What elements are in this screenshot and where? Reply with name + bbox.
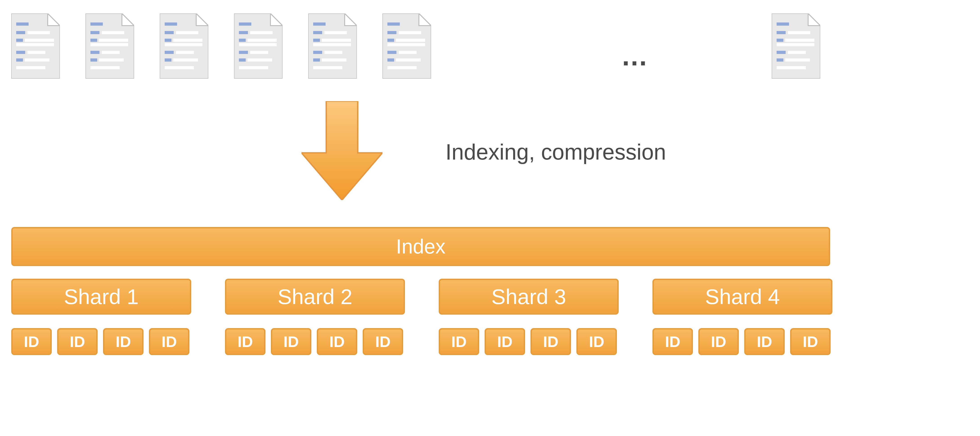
- id-box: ID: [271, 328, 311, 355]
- id-box: ID: [57, 328, 98, 355]
- svg-marker-11: [301, 101, 382, 200]
- id-label: ID: [711, 333, 726, 350]
- id-label: ID: [757, 333, 772, 350]
- id-label: ID: [70, 333, 85, 350]
- id-label: ID: [116, 333, 131, 350]
- id-box: ID: [698, 328, 739, 355]
- id-box: ID: [576, 328, 617, 355]
- shard-label: Shard 2: [278, 285, 353, 309]
- shard-box-1: Shard 1: [11, 279, 191, 315]
- document-icon: [160, 13, 208, 79]
- arrow-label: Indexing, compression: [445, 140, 666, 165]
- id-box: ID: [790, 328, 830, 355]
- document-icon: [308, 13, 357, 79]
- shard-label: Shard 3: [492, 285, 566, 309]
- id-box: ID: [363, 328, 403, 355]
- id-label: ID: [283, 333, 299, 350]
- id-label: ID: [803, 333, 818, 350]
- document-icon: [234, 13, 283, 79]
- id-box: ID: [439, 328, 479, 355]
- id-box: ID: [652, 328, 693, 355]
- id-label: ID: [451, 333, 466, 350]
- shard-label: Shard 1: [64, 285, 139, 309]
- id-label: ID: [237, 333, 253, 350]
- id-box: ID: [149, 328, 189, 355]
- shard-box-3: Shard 3: [439, 279, 619, 315]
- shard-box-2: Shard 2: [225, 279, 405, 315]
- index-label: Index: [396, 235, 445, 258]
- document-icon: [86, 13, 134, 79]
- id-label: ID: [665, 333, 680, 350]
- id-box: ID: [485, 328, 525, 355]
- down-arrow-icon: [301, 101, 382, 200]
- document-icon: [11, 13, 60, 79]
- id-label: ID: [162, 333, 177, 350]
- document-icon: [382, 13, 431, 79]
- document-icon: [772, 13, 820, 79]
- id-label: ID: [329, 333, 345, 350]
- id-box: ID: [11, 328, 52, 355]
- id-box: ID: [103, 328, 143, 355]
- id-label: ID: [589, 333, 604, 350]
- id-label: ID: [24, 333, 39, 350]
- id-label: ID: [543, 333, 558, 350]
- id-box: ID: [744, 328, 785, 355]
- id-box: ID: [530, 328, 571, 355]
- id-label: ID: [497, 333, 512, 350]
- shard-box-4: Shard 4: [652, 279, 832, 315]
- index-box: Index: [11, 227, 830, 266]
- shard-label: Shard 4: [705, 285, 780, 309]
- ellipsis: …: [621, 40, 650, 71]
- id-box: ID: [317, 328, 357, 355]
- id-box: ID: [225, 328, 266, 355]
- id-label: ID: [375, 333, 391, 350]
